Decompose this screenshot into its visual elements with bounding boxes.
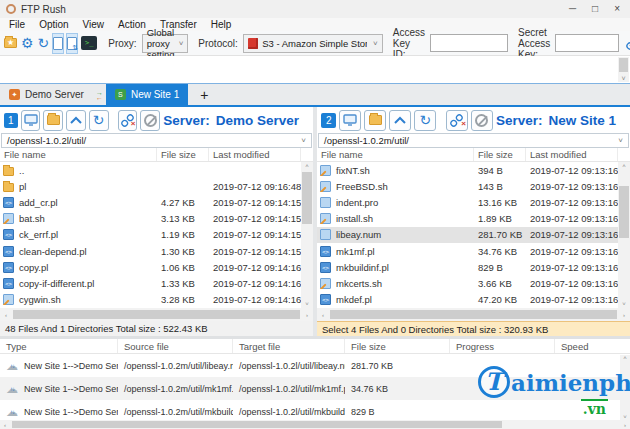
file-row[interactable]: <>mkdef.pl47.20 KB2019-07-12 09:13:16 <box>317 292 618 308</box>
file-row[interactable]: indent.pro13.16 KB2019-07-12 09:13:16 <box>317 194 618 210</box>
scroll-thumb[interactable] <box>302 172 312 224</box>
horizontal-scrollbar[interactable]: ‹ › <box>317 308 630 321</box>
file-row[interactable]: <>copy-if-different.pl1.33 KB2019-07-12 … <box>0 275 301 291</box>
connect-button[interactable] <box>625 33 630 54</box>
close-button[interactable]: × <box>614 0 620 18</box>
terminal-button[interactable]: >_ <box>80 33 98 54</box>
column-type[interactable]: Type <box>0 339 118 353</box>
access-key-input[interactable] <box>430 34 508 52</box>
column-file-size[interactable]: File size <box>345 339 450 353</box>
horizontal-scrollbar[interactable]: ‹ › <box>0 308 313 321</box>
menu-item-file[interactable]: File <box>2 19 32 30</box>
scroll-up-icon[interactable]: ˄ <box>618 163 630 169</box>
queue-row[interactable]: ☁↑↓New Site 1-->Demo Server/openssl-1.0.… <box>0 400 630 420</box>
scroll-thumb[interactable] <box>12 421 502 428</box>
local-browser-button[interactable] <box>21 110 41 131</box>
scroll-thumb[interactable] <box>619 186 629 238</box>
vertical-scrollbar[interactable]: ˄ ˅ <box>620 355 630 420</box>
vertical-scrollbar[interactable]: ˄ ˅ <box>301 162 313 308</box>
transfer-document-button[interactable]: ⇅ <box>66 33 78 54</box>
document-icon <box>53 37 63 50</box>
menu-item-option[interactable]: Option <box>32 19 75 30</box>
swap-panels-icon[interactable]: →← <box>93 84 106 105</box>
updown-arrows-icon: ↑↓ <box>10 405 14 418</box>
scroll-down-icon[interactable]: ˅ <box>301 301 313 307</box>
column-speed[interactable]: Speed <box>555 339 630 353</box>
file-row[interactable]: <>ck_errf.pl1.19 KB2019-07-12 09:14:15 <box>0 227 301 243</box>
disconnect-button[interactable]: × <box>118 110 138 131</box>
file-size-cell: 1.89 KB <box>474 213 526 224</box>
file-row[interactable]: <>copy.pl1.06 KB2019-07-12 09:14:16 <box>0 259 301 275</box>
queue-row[interactable]: ☁↑↓New Site 1-->Demo Server/openssl-1.0.… <box>0 354 630 377</box>
scroll-down-icon[interactable]: ˅ <box>618 301 630 307</box>
scroll-right-icon[interactable]: › <box>301 312 313 318</box>
column-last-modified[interactable]: Last modified <box>526 148 618 161</box>
column-file-size[interactable]: File size <box>474 148 526 161</box>
horizontal-scrollbar[interactable]: ‹ › <box>0 420 630 429</box>
file-row[interactable]: pl2019-07-12 09:16:48 <box>0 178 301 194</box>
scroll-left-icon[interactable]: ‹ <box>317 312 329 318</box>
path-bar[interactable]: /openssl-1.0.2m/util/ ˅ <box>318 133 629 148</box>
menu-item-view[interactable]: View <box>76 19 112 30</box>
settings-button[interactable]: ⚙ <box>20 33 35 54</box>
file-name: .. <box>19 165 24 176</box>
path-bar[interactable]: /openssl-1.0.2l/util/ ˅ <box>1 133 312 148</box>
secret-key-input[interactable] <box>555 34 619 52</box>
column-file-name[interactable]: File name <box>0 148 157 161</box>
parent-directory-button[interactable] <box>389 110 411 131</box>
file-row[interactable]: .. <box>0 162 301 178</box>
vertical-scrollbar[interactable]: ˄ ˅ <box>618 162 630 308</box>
scroll-thumb[interactable] <box>13 310 300 319</box>
tab-demo-server[interactable]: ✦Demo Server <box>0 84 93 105</box>
column-last-modified[interactable]: Last modified <box>209 148 301 161</box>
scroll-right-icon[interactable]: › <box>620 422 630 428</box>
proxy-dropdown[interactable]: Global proxy setting ˅ <box>142 34 189 53</box>
scroll-up-icon[interactable]: ˄ <box>620 355 630 361</box>
protocol-dropdown[interactable]: S3 - Amazon Simple Stora ˅ <box>243 34 383 53</box>
file-row[interactable]: FreeBSD.sh143 B2019-07-12 09:13:16 <box>317 178 618 194</box>
column-target-file[interactable]: Target file <box>233 339 345 353</box>
local-browser-button[interactable] <box>339 110 361 131</box>
file-row[interactable]: install.sh1.89 KB2019-07-12 09:13:16 <box>317 211 618 227</box>
scroll-left-icon[interactable]: ‹ <box>0 422 10 428</box>
open-folder-button[interactable] <box>364 110 386 131</box>
abort-button[interactable] <box>471 110 493 131</box>
file-row[interactable]: libeay.num281.70 KB2019-07-12 09:13:16 <box>317 227 618 243</box>
file-row[interactable]: fixNT.sh394 B2019-07-12 09:13:16 <box>317 162 618 178</box>
column-file-name[interactable]: File name <box>317 148 474 161</box>
file-row[interactable]: <>mkbuildinf.pl829 B2019-07-12 09:13:16 <box>317 259 618 275</box>
file-row[interactable]: <>clean-depend.pl1.30 KB2019-07-12 09:14… <box>0 243 301 259</box>
file-row[interactable]: mkcerts.sh3.66 KB2019-07-12 09:13:16 <box>317 275 618 291</box>
new-tab-button[interactable]: + <box>188 84 220 105</box>
refresh-list-button[interactable]: ↻ <box>414 110 436 131</box>
minimize-button[interactable]: ─ <box>569 0 576 18</box>
disconnect-button[interactable]: × <box>446 110 468 131</box>
scroll-up-icon[interactable]: ˄ <box>301 163 313 169</box>
red-x-icon: × <box>461 120 466 128</box>
file-row[interactable]: bat.sh3.13 KB2019-07-12 09:14:15 <box>0 211 301 227</box>
maximize-button[interactable]: □ <box>592 0 598 18</box>
open-folder-button[interactable] <box>43 110 63 131</box>
abort-button[interactable] <box>140 110 160 131</box>
column-source-file[interactable]: Source file <box>118 339 233 353</box>
column-file-size[interactable]: File size <box>157 148 209 161</box>
scroll-down-icon[interactable]: ˅ <box>620 414 630 420</box>
tab-new-site-1[interactable]: SNew Site 1 <box>106 84 188 105</box>
file-name-cell: install.sh <box>317 213 474 224</box>
scroll-down-icon[interactable]: ˅ <box>618 75 629 82</box>
new-document-button[interactable] <box>52 33 64 54</box>
parent-directory-button[interactable] <box>66 110 86 131</box>
scroll-thumb[interactable] <box>330 310 617 319</box>
refresh-list-button[interactable]: ↻ <box>89 110 109 131</box>
file-row[interactable]: <>mk1mf.pl34.76 KB2019-07-12 09:13:16 <box>317 243 618 259</box>
scroll-left-icon[interactable]: ‹ <box>0 312 12 318</box>
refresh-button[interactable]: ↻ <box>37 33 51 54</box>
queue-row[interactable]: ☁↑↓New Site 1-->Demo Server/openssl-1.0.… <box>0 377 630 400</box>
column-progress[interactable]: Progress <box>450 339 555 353</box>
scroll-right-icon[interactable]: › <box>618 312 630 318</box>
file-row[interactable]: cygwin.sh3.28 KB2019-07-12 09:14:16 <box>0 292 301 308</box>
favorites-button[interactable]: ★ <box>3 33 18 54</box>
menu-item-help[interactable]: Help <box>204 19 239 30</box>
file-row[interactable]: <>add_cr.pl4.27 KB2019-07-12 09:14:15 <box>0 194 301 210</box>
log-scrollbar[interactable]: ˅ <box>618 57 629 82</box>
